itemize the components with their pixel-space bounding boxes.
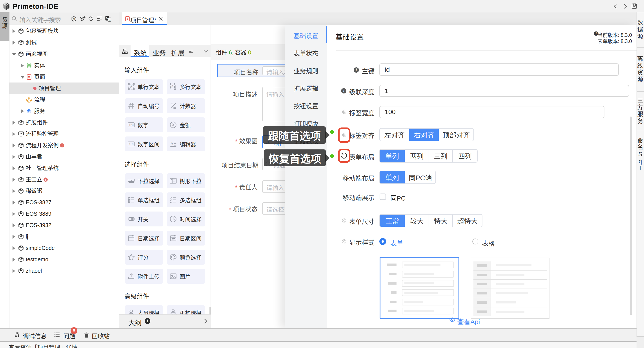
svg-text:123: 123 [129,123,134,127]
svg-text:A: A [171,84,174,88]
svg-text:A: A [130,85,133,89]
svg-text:1~3: 1~3 [129,143,134,146]
svg-text:AI: AI [73,17,75,20]
svg-text:文: 文 [108,18,111,21]
svg-text:A: A [170,141,174,146]
svg-text:¥: ¥ [172,123,174,127]
